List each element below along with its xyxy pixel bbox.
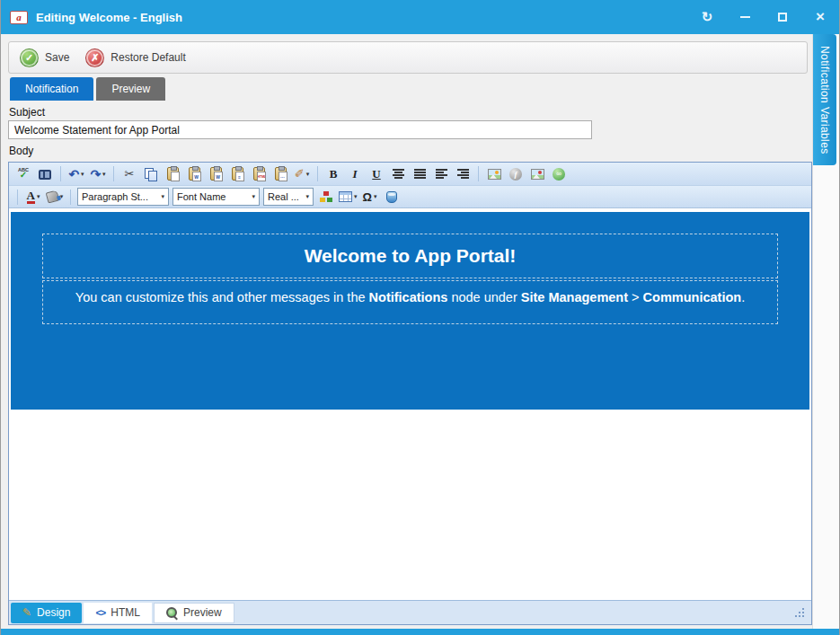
omega-icon: Ω [363,191,372,203]
cut-button[interactable]: ✂ [120,165,138,183]
italic-button[interactable]: I [346,165,364,183]
message-text: You can customize this and other message… [75,290,745,304]
object-icon [386,191,397,203]
align-center-button[interactable] [389,165,407,183]
tab-html[interactable]: <> HTML [84,603,152,623]
paste-html-button[interactable]: HTML [250,165,268,183]
paste-special-button[interactable]: ⋯ [271,165,289,183]
paste-word-icon: W [189,167,200,181]
font-name-dropdown[interactable]: Font Name ▾ [172,188,260,206]
insert-symbol-button[interactable]: Ω ▾ [361,188,379,206]
paste-special-icon: ⋯ [275,167,287,181]
heading-content-block[interactable]: Welcome to App Portal! [42,234,778,278]
find-button[interactable] [36,165,54,183]
image-manager-icon [531,169,544,180]
app-envelope-icon: a [10,11,28,24]
toolbar-separator [70,190,71,205]
paragraph-style-dropdown[interactable]: Paragraph St... ▾ [77,188,169,206]
paste-icon [167,167,179,181]
message-content-block[interactable]: You can customize this and other message… [42,280,778,324]
restore-default-button[interactable]: ✗ Restore Default [85,49,185,67]
window-bottom-edge [1,629,839,635]
tab-notification[interactable]: Notification [10,77,93,101]
bold-button[interactable]: B [324,165,342,183]
format-painter-button[interactable]: ✐ ▾ [293,165,311,183]
background-color-button[interactable]: ▾ [46,188,64,206]
insert-table-button[interactable]: ▾ [339,188,358,206]
image-manager-button[interactable] [528,165,546,183]
design-tab-label: Design [37,606,70,619]
window-title: Editing Welcome - English [36,11,699,24]
subject-label: Subject [8,106,812,119]
subject-input[interactable] [8,120,592,139]
align-left-icon [436,168,447,180]
top-tab-strip: Notification Preview [8,77,812,101]
justify-button[interactable] [411,165,429,183]
tab-preview[interactable]: Preview [96,77,165,101]
font-name-value: Font Name [177,191,225,202]
toolbar-separator [17,190,18,205]
insert-image-button[interactable] [485,165,503,183]
restore-x-icon: ✗ [85,49,104,67]
align-left-button[interactable] [432,165,450,183]
align-right-icon [457,168,469,180]
chevron-down-icon: ▾ [161,193,164,200]
chevron-down-icon: ▾ [354,193,358,200]
insert-link-button[interactable] [550,165,568,183]
spellcheck-icon: ABC ✓ [18,168,29,181]
pencil-icon: ✎ [22,606,31,619]
editor-canvas[interactable]: Welcome to App Portal! You can customize… [9,208,811,600]
close-button[interactable]: × [812,9,828,25]
copy-button[interactable] [142,165,160,183]
chevron-down-icon: ▾ [252,193,255,200]
insert-media-button[interactable]: f [507,165,525,183]
underline-icon: U [372,167,380,181]
chevron-down-icon: ▾ [306,171,310,178]
font-size-dropdown[interactable]: Real ... ▾ [263,188,314,206]
paste-plain-text-button[interactable]: ≡ [228,165,246,183]
redo-icon: ↷ [90,168,101,181]
paragraph-style-value: Paragraph St... [82,191,148,202]
font-size-value: Real ... [268,191,299,202]
redo-button[interactable]: ↷ ▾ [89,165,107,183]
resize-grip[interactable] [802,615,804,617]
email-body-background: Welcome to App Portal! You can customize… [11,212,809,410]
chevron-down-icon: ▾ [374,193,377,200]
chevron-down-icon: ▾ [81,171,84,178]
paste-from-word-strip-button[interactable]: W [207,165,225,183]
refresh-icon[interactable]: ↻ [699,9,715,25]
minimize-button[interactable] [737,9,753,25]
tab-design[interactable]: ✎ Design [11,603,82,623]
chevron-down-icon: ▾ [305,193,309,200]
spellcheck-button[interactable]: ABC ✓ [14,165,32,183]
maximize-button[interactable] [774,9,791,25]
underline-button[interactable]: U [367,165,385,183]
bold-icon: B [330,167,338,181]
font-color-button[interactable]: A ▾ [24,188,42,206]
notification-variables-tab[interactable]: Notification Variables [813,34,836,165]
format-painter-icon: ✐ [295,167,305,181]
paint-bucket-icon [45,190,59,204]
table-icon [339,191,352,202]
restore-label: Restore Default [111,51,185,64]
editor-toolbar-row2: A ▾ ▾ Paragraph St... ▾ Font Name ▾ [9,186,811,208]
right-rail: Notification Variables [812,34,839,629]
save-check-icon: ✓ [20,49,39,67]
module-icon [320,191,332,202]
title-bar[interactable]: a Editing Welcome - English ↻ × [1,0,839,34]
toolbar-separator [113,166,114,181]
italic-icon: I [352,167,357,181]
dialog-body: ✓ Save ✗ Restore Default Notification Pr… [1,34,839,629]
paste-from-word-button[interactable]: W [185,165,203,183]
toolbar-separator [478,166,479,181]
insert-snippet-button[interactable] [317,188,335,206]
binoculars-icon [38,168,52,180]
save-button[interactable]: ✓ Save [20,49,69,67]
paste-button[interactable] [164,165,181,183]
undo-button[interactable]: ↶ ▾ [67,165,85,183]
font-color-icon: A [27,190,35,204]
insert-object-button[interactable] [383,188,401,206]
preview-tab-label: Preview [183,606,222,619]
align-right-button[interactable] [454,165,472,183]
tab-editor-preview[interactable]: Preview [154,603,234,623]
